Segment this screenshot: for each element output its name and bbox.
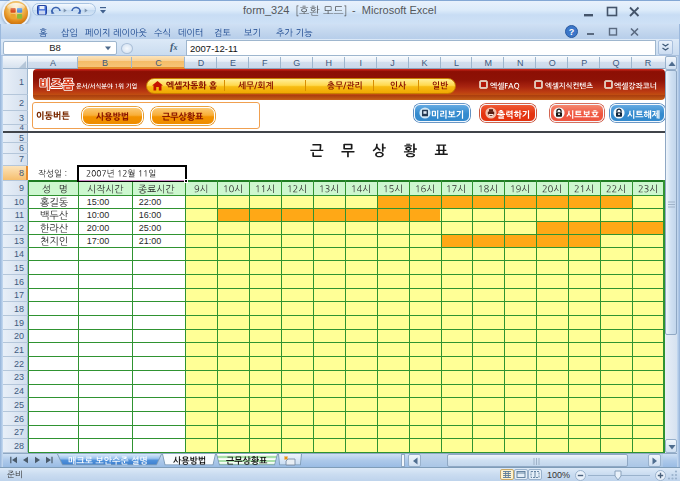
svg-text:?: ? [569, 27, 575, 37]
